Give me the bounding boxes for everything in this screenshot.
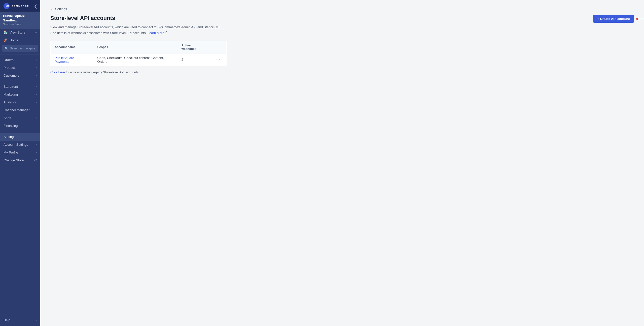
view-store-label: View Store [10,31,25,34]
view-store-link[interactable]: 🏪 View Store ↗ [0,28,40,36]
storefront-label: Storefront [4,85,18,88]
settings-label: Settings [4,135,15,139]
row-actions-button[interactable]: ··· [214,56,222,63]
main-content: ← Settings Store-level API accounts + Cr… [40,0,644,326]
scopes-cell: Carts, Checkouts, Checkout content, Cont… [93,53,177,66]
divider-2 [0,81,40,81]
sidebar-header: BC COMMERCE ❮ [0,0,40,12]
table-row: PublicSquare Payments Carts, Checkouts, … [51,53,227,66]
create-api-account-button[interactable]: + Create API account [593,15,634,23]
sidebar-item-storefront[interactable]: Storefront › [0,83,40,91]
back-arrow-icon: ← [50,7,54,11]
search-input[interactable] [10,47,36,50]
table-header-scopes: Scopes [93,41,177,53]
storefront-arrow: › [36,85,37,88]
products-arrow: › [36,66,37,69]
page-title: Store-level API accounts [50,15,115,21]
products-label: Products [4,66,16,70]
sidebar: BC COMMERCE ❮ Public Square Sandbox Sand… [0,0,40,326]
sidebar-item-change-store[interactable]: Change Store ⇄ [0,156,40,164]
change-store-icon: ⇄ [34,158,37,162]
help-label: Help [4,318,10,322]
channel-manager-label: Channel Manager [4,108,29,112]
marketing-label: Marketing [4,93,18,96]
create-button-area: + Create API account [593,15,634,23]
sidebar-item-financing[interactable]: Financing [0,122,40,130]
store-name: Public Square Sandbox [3,14,37,23]
legacy-description: to access existing legacy Store-level AP… [66,70,139,74]
apps-label: Apps [4,116,11,120]
legacy-link-text: Click here to access existing legacy Sto… [50,70,634,74]
sidebar-item-products[interactable]: Products › [0,64,40,72]
legacy-click-here-link[interactable]: Click here [50,70,65,74]
sidebar-item-help[interactable]: Help › [0,316,40,324]
actions-cell: ··· [210,53,227,66]
external-link-icon: ↗ [35,31,37,34]
webhooks-cell: 2 [177,53,210,66]
external-link-icon-learn: ↗ [165,31,167,33]
table-header-webhooks: Active webhooks [177,41,210,53]
account-name-link[interactable]: PublicSquare Payments [55,56,74,64]
financing-label: Financing [4,124,18,128]
store-icon: 🏪 [4,31,8,34]
logo-text: COMMERCE [12,5,29,7]
svg-text:BC: BC [5,5,9,8]
home-link[interactable]: 🚀 Home [0,36,40,44]
learn-more-link[interactable]: Learn More [148,31,164,35]
help-arrow: › [36,319,37,321]
my-profile-label: My Profile [4,151,18,154]
customers-label: Customers [4,74,19,77]
sidebar-item-account-settings[interactable]: Account Settings › [0,141,40,149]
table-header-actions [210,41,227,53]
analytics-label: Analytics [4,100,17,104]
api-accounts-table: Account name Scopes Active webhooks Publ… [50,41,227,66]
sidebar-item-my-profile[interactable]: My Profile › [0,149,40,156]
analytics-arrow: › [36,101,37,104]
marketing-arrow: › [36,93,37,96]
page-header: Store-level API accounts + Create API ac… [50,15,634,23]
account-settings-label: Account Settings [4,143,28,146]
breadcrumb-settings-link[interactable]: Settings [55,7,67,11]
sidebar-bottom: Help › [0,314,40,326]
divider-3 [0,131,40,131]
account-settings-arrow: › [36,143,37,146]
account-name-cell: PublicSquare Payments [51,53,93,66]
orders-label: Orders [4,58,14,62]
sidebar-collapse-button[interactable]: ❮ [34,4,37,9]
page-description: View and manage Store-level API accounts… [50,25,222,36]
sidebar-item-channel-manager[interactable]: Channel Manager [0,106,40,114]
orders-arrow: › [36,58,37,61]
table-header: Account name Scopes Active webhooks [51,41,227,53]
home-icon: 🚀 [4,38,8,42]
store-subtitle: Sandbox Store [3,23,37,26]
sidebar-item-settings[interactable]: Settings [0,133,40,141]
store-info: Public Square Sandbox Sandbox Store [0,12,40,28]
table-header-account-name: Account name [51,41,93,53]
customers-arrow: › [36,74,37,77]
search-icon: 🔍 [5,47,8,50]
breadcrumb: ← Settings [50,7,634,11]
annotation-arrow [635,16,644,21]
sidebar-item-analytics[interactable]: Analytics › [0,98,40,106]
home-label: Home [10,38,18,42]
sidebar-item-marketing[interactable]: Marketing › [0,91,40,98]
svg-marker-3 [635,18,638,20]
my-profile-arrow: › [36,151,37,154]
search-bar[interactable]: 🔍 [2,45,38,52]
sidebar-item-orders[interactable]: Orders › [0,56,40,64]
sidebar-item-apps[interactable]: Apps › [0,114,40,122]
sidebar-item-customers[interactable]: Customers › [0,72,40,79]
apps-arrow: › [36,116,37,119]
divider-1 [0,54,40,54]
sidebar-logo: BC COMMERCE [3,3,29,10]
change-store-label: Change Store [4,158,24,162]
table-body: PublicSquare Payments Carts, Checkouts, … [51,53,227,66]
